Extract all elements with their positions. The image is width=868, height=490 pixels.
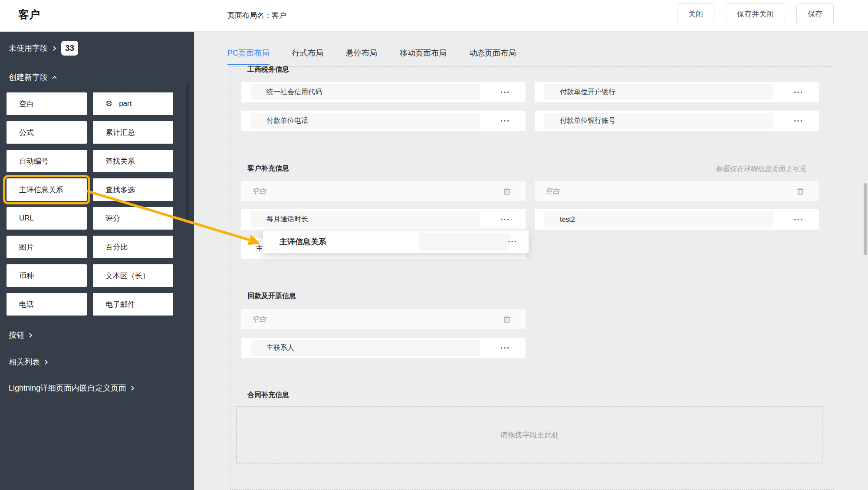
field-type-email[interactable]: 电子邮件 xyxy=(93,293,173,316)
save-button[interactable]: 保存 xyxy=(796,3,834,24)
more-icon[interactable]: ··· xyxy=(500,88,510,96)
drag-ghost-label: 主详信息关系 xyxy=(279,237,326,247)
blank-label: 空白 xyxy=(252,186,266,196)
chevron-right-icon xyxy=(44,360,49,365)
blank-label: 空白 xyxy=(252,314,266,324)
field-label: 主联系人 xyxy=(251,340,480,356)
section-title-customer-extra: 客户补充信息 xyxy=(247,164,289,173)
sidebar-scrollbar[interactable] xyxy=(186,84,189,221)
layout-name: 页面布局名：客户 xyxy=(227,10,286,20)
chevron-right-icon xyxy=(130,386,135,391)
blank-row[interactable]: 空白 xyxy=(535,181,819,201)
trash-icon[interactable] xyxy=(503,315,511,323)
field-type-currency[interactable]: 币种 xyxy=(7,264,87,287)
create-field-label: 创建新字段 xyxy=(9,72,48,82)
blank-row[interactable]: 空白 xyxy=(241,309,526,329)
blank-label: 空白 xyxy=(545,186,560,196)
field-label: 每月通话时长 xyxy=(251,211,480,227)
unused-fields-toggle[interactable]: 未使用字段 33 xyxy=(9,43,78,54)
create-field-toggle[interactable]: 创建新字段 xyxy=(9,72,57,83)
field-type-rollup[interactable]: 累计汇总 xyxy=(93,121,173,144)
field-row[interactable]: 统一社会信用代码 ··· xyxy=(241,82,526,102)
sidebar-link-lightning-embed[interactable]: Lightning详细页面内嵌自定义页面 xyxy=(9,383,135,393)
field-type-formula[interactable]: 公式 xyxy=(7,121,87,144)
tab-hover-layout[interactable]: 悬停布局 xyxy=(346,48,377,65)
field-label: 付款单位开户银行 xyxy=(544,84,773,100)
field-type-url[interactable]: URL xyxy=(7,207,87,230)
field-type-multilookup[interactable]: 查找多选 xyxy=(93,178,173,201)
more-icon: ··· xyxy=(508,237,517,247)
sidebar-link-buttons[interactable]: 按钮 xyxy=(9,330,33,340)
tab-mobile-layout[interactable]: 移动页面布局 xyxy=(400,48,447,65)
field-row[interactable]: 付款单位开户银行 ··· xyxy=(535,82,819,102)
sidebar-link-lightning-embed-label: Lightning详细页面内嵌自定义页面 xyxy=(9,383,126,393)
trash-icon[interactable] xyxy=(796,187,804,195)
chevron-up-icon xyxy=(52,75,57,80)
field-palette-sidebar: 未使用字段 33 创建新字段 空白 ⚙part 公式 累计汇总 自动编号 查找关… xyxy=(0,31,194,490)
unused-fields-label: 未使用字段 xyxy=(9,43,48,53)
drag-ghost-master-detail[interactable]: 主详信息关系 ··· xyxy=(263,230,529,253)
more-icon[interactable]: ··· xyxy=(500,117,510,125)
tab-row-layout[interactable]: 行式布局 xyxy=(292,48,323,65)
more-icon[interactable]: ··· xyxy=(794,117,803,125)
unused-fields-count-badge: 33 xyxy=(61,41,78,56)
drop-zone-hint: 请拖拽字段至此处 xyxy=(500,430,559,440)
close-button[interactable]: 关闭 xyxy=(677,3,714,24)
field-type-blank[interactable]: 空白 xyxy=(7,92,87,115)
field-type-autonumber[interactable]: 自动编号 xyxy=(7,150,87,172)
field-type-longtext[interactable]: 文本区（长） xyxy=(93,264,173,287)
field-label: 付款单位电话 xyxy=(251,113,480,129)
save-and-close-button[interactable]: 保存并关闭 xyxy=(726,3,785,24)
topbar-actions: 关闭 保存并关闭 保存 xyxy=(677,3,834,24)
field-type-percent[interactable]: 百分比 xyxy=(93,236,173,258)
more-icon[interactable]: ··· xyxy=(794,88,803,96)
section-title-contract-extra: 合同补充信息 xyxy=(247,391,289,400)
field-type-part[interactable]: ⚙part xyxy=(93,92,173,115)
section-hint: 标题仅在详细信息页面上可见 xyxy=(535,164,806,174)
top-bar: 客户 页面布局名：客户 关闭 保存并关闭 保存 xyxy=(0,0,868,32)
field-label: test2 xyxy=(544,211,773,227)
layout-name-value: 客户 xyxy=(272,11,286,20)
gear-icon: ⚙ xyxy=(105,100,112,108)
field-row[interactable]: 主联系人 ··· xyxy=(241,338,526,358)
placeholder-label-first: 主 xyxy=(256,244,263,253)
field-label: 付款单位银行账号 xyxy=(544,113,773,129)
chevron-right-icon xyxy=(52,46,57,51)
field-row[interactable]: test2 ··· xyxy=(535,209,819,230)
field-type-rating[interactable]: 评分 xyxy=(93,207,173,230)
field-type-master-detail[interactable]: 主详信息关系 xyxy=(7,178,87,201)
page-scrollbar[interactable] xyxy=(864,183,867,255)
trash-icon[interactable] xyxy=(503,187,511,195)
layout-name-label: 页面布局名： xyxy=(227,11,272,20)
more-icon[interactable]: ··· xyxy=(500,344,510,352)
section-title-business-tax: 工商税务信息 xyxy=(247,65,289,74)
sidebar-link-related-lists-label: 相关列表 xyxy=(9,357,40,367)
sidebar-link-buttons-label: 按钮 xyxy=(9,330,24,340)
field-row[interactable]: 付款单位银行账号 ··· xyxy=(535,111,819,131)
chevron-right-icon xyxy=(28,333,33,338)
more-icon[interactable]: ··· xyxy=(500,215,510,224)
blank-row[interactable]: 空白 xyxy=(241,181,526,201)
more-icon[interactable]: ··· xyxy=(794,215,803,224)
section-title-payment-invoice: 回款及开票信息 xyxy=(247,292,296,301)
field-type-phone[interactable]: 电话 xyxy=(7,293,87,316)
tab-pc-layout[interactable]: PC页面布局 xyxy=(227,48,270,65)
page-title: 客户 xyxy=(18,7,40,22)
layout-tabs: PC页面布局 行式布局 悬停布局 移动页面布局 动态页面布局 xyxy=(227,48,516,65)
drag-ghost-value-box xyxy=(419,233,510,250)
field-label: 统一社会信用代码 xyxy=(251,84,480,100)
field-type-image[interactable]: 图片 xyxy=(7,236,87,258)
tab-dynamic-layout[interactable]: 动态页面布局 xyxy=(469,48,516,65)
field-row[interactable]: 每月通话时长 ··· xyxy=(241,209,526,230)
empty-drop-zone[interactable]: 请拖拽字段至此处 xyxy=(236,406,823,464)
field-row[interactable]: 付款单位电话 ··· xyxy=(241,111,526,131)
field-type-lookup[interactable]: 查找关系 xyxy=(93,150,173,172)
field-type-part-label: part xyxy=(119,99,132,108)
sidebar-link-related-lists[interactable]: 相关列表 xyxy=(9,357,49,367)
